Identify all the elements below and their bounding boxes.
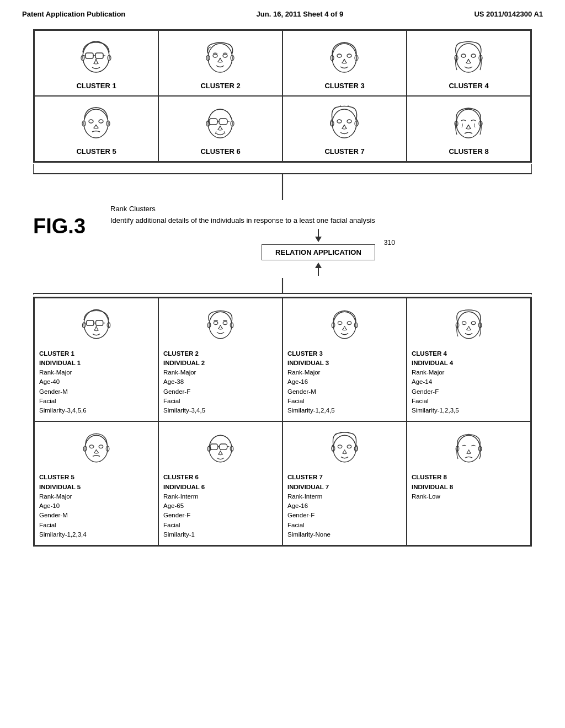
svg-point-85 bbox=[457, 436, 480, 463]
detail-cluster-cell-7: CLUSTER 7 INDIVIDUAL 7 Rank-Interm Age-1… bbox=[282, 421, 407, 545]
cluster-cell-7: CLUSTER 7 bbox=[282, 96, 407, 162]
svg-point-68 bbox=[89, 445, 93, 448]
header-right: US 2011/0142300 A1 bbox=[474, 10, 543, 18]
svg-point-67 bbox=[85, 436, 108, 463]
detail-text-7: CLUSTER 7 INDIVIDUAL 7 Rank-Interm Age-1… bbox=[287, 473, 331, 539]
relation-application-box: RELATION APPLICATION bbox=[262, 244, 375, 260]
cluster-1-label: CLUSTER 1 bbox=[76, 82, 116, 90]
svg-point-15 bbox=[347, 54, 351, 57]
svg-point-63 bbox=[462, 322, 466, 325]
svg-point-72 bbox=[209, 436, 232, 463]
svg-point-81 bbox=[338, 445, 342, 448]
detail-text-2: CLUSTER 2 INDIVIDUAL 2 Rank-Major Age-38… bbox=[163, 349, 205, 416]
svg-point-53 bbox=[214, 322, 217, 325]
cluster-cell-6: CLUSTER 6 bbox=[158, 96, 282, 162]
face-3 bbox=[323, 35, 367, 79]
detail-cluster-cell-5: CLUSTER 5 INDIVIDUAL 5 Rank-Major Age-10… bbox=[34, 421, 158, 545]
cluster-cell-2: CLUSTER 2 bbox=[158, 30, 282, 96]
cluster-6-label: CLUSTER 6 bbox=[200, 147, 240, 156]
svg-point-41 bbox=[456, 109, 481, 138]
svg-point-9 bbox=[213, 54, 217, 57]
cluster-cell-8: CLUSTER 8 bbox=[407, 96, 531, 162]
svg-point-25 bbox=[99, 120, 103, 123]
cluster-8-label: CLUSTER 8 bbox=[449, 147, 488, 156]
face-4 bbox=[447, 35, 491, 79]
svg-rect-1 bbox=[86, 53, 93, 58]
svg-point-82 bbox=[347, 445, 351, 448]
svg-point-54 bbox=[223, 322, 227, 325]
svg-point-28 bbox=[208, 109, 232, 138]
detail-face-5 bbox=[74, 426, 119, 470]
main-content: CLUSTER 1 bbox=[0, 24, 565, 563]
svg-point-24 bbox=[89, 120, 93, 123]
top-cluster-grid: CLUSTER 1 bbox=[33, 29, 532, 163]
svg-point-10 bbox=[223, 54, 227, 57]
bottom-bracket-svg bbox=[33, 278, 532, 295]
cluster-3-label: CLUSTER 3 bbox=[324, 82, 364, 90]
ref-number: 310 bbox=[384, 239, 395, 247]
cluster-2-label: CLUSTER 2 bbox=[200, 82, 240, 90]
header-left: Patent Application Publication bbox=[22, 10, 125, 18]
detail-face-4 bbox=[447, 303, 491, 347]
detail-text-6: CLUSTER 6 INDIVIDUAL 6 Rank-Interm Age-6… bbox=[163, 473, 205, 539]
detail-text-5: CLUSTER 5 INDIVIDUAL 5 Rank-Major Age-10… bbox=[39, 473, 87, 539]
svg-point-69 bbox=[99, 445, 103, 448]
svg-rect-30 bbox=[219, 119, 227, 125]
svg-rect-45 bbox=[86, 320, 93, 325]
detail-face-7 bbox=[323, 426, 367, 470]
arrow-down-1 bbox=[315, 229, 322, 242]
svg-point-23 bbox=[84, 109, 108, 138]
top-bracket-svg bbox=[33, 163, 532, 201]
detail-text-1: CLUSTER 1 INDIVIDUAL 1 Rank-Major Age-40… bbox=[39, 349, 87, 416]
svg-point-14 bbox=[337, 54, 342, 57]
cluster-cell-3: CLUSTER 3 bbox=[282, 30, 407, 96]
svg-point-38 bbox=[347, 120, 351, 123]
cluster-cell-1: CLUSTER 1 bbox=[34, 30, 158, 96]
svg-point-20 bbox=[471, 54, 476, 57]
detail-cluster-cell-2: CLUSTER 2 INDIVIDUAL 2 Rank-Major Age-38… bbox=[158, 298, 282, 422]
svg-rect-46 bbox=[95, 320, 103, 325]
detail-cluster-cell-8: CLUSTER 8 INDIVIDUAL 8 Rank-Low bbox=[407, 421, 531, 545]
detail-text-8: CLUSTER 8 INDIVIDUAL 8 Rank-Low bbox=[412, 473, 453, 501]
svg-rect-29 bbox=[209, 119, 217, 125]
detail-face-6 bbox=[199, 426, 243, 470]
cluster-5-label: CLUSTER 5 bbox=[76, 147, 116, 156]
svg-point-58 bbox=[338, 322, 342, 325]
detail-cluster-cell-1: CLUSTER 1 INDIVIDUAL 1 Rank-Major Age-40… bbox=[34, 298, 158, 422]
page-header: Patent Application Publication Jun. 16, … bbox=[0, 0, 565, 24]
face-5 bbox=[74, 101, 119, 145]
cluster-7-label: CLUSTER 7 bbox=[324, 147, 364, 156]
detail-text-3: CLUSTER 3 INDIVIDUAL 3 Rank-Major Age-16… bbox=[287, 349, 335, 416]
rank-text: Rank Clusters Identify additional detail… bbox=[105, 204, 532, 227]
svg-point-44 bbox=[84, 309, 109, 338]
detail-face-3 bbox=[323, 303, 367, 347]
svg-point-37 bbox=[337, 120, 342, 123]
cluster-cell-5: CLUSTER 5 bbox=[34, 96, 158, 162]
svg-point-64 bbox=[471, 322, 475, 325]
detail-text-4: CLUSTER 4 INDIVIDUAL 4 Rank-Major Age-14… bbox=[412, 349, 459, 416]
bottom-cluster-grid: CLUSTER 1 INDIVIDUAL 1 Rank-Major Age-40… bbox=[33, 297, 532, 547]
svg-point-59 bbox=[347, 322, 351, 325]
detail-cluster-cell-4: CLUSTER 4 INDIVIDUAL 4 Rank-Major Age-14… bbox=[407, 298, 531, 422]
face-1 bbox=[74, 35, 119, 79]
arrow-up bbox=[315, 263, 322, 276]
svg-rect-73 bbox=[210, 444, 217, 449]
detail-cluster-cell-3: CLUSTER 3 INDIVIDUAL 3 Rank-Major Age-16… bbox=[282, 298, 407, 422]
cluster-4-label: CLUSTER 4 bbox=[449, 82, 488, 90]
relation-application-container: RELATION APPLICATION 310 bbox=[262, 244, 375, 260]
svg-point-19 bbox=[461, 54, 466, 57]
middle-section: FIG.3 Rank Clusters Identify additional … bbox=[33, 204, 532, 278]
relation-area: Rank Clusters Identify additional detail… bbox=[105, 204, 532, 278]
face-7 bbox=[323, 101, 367, 145]
svg-point-0 bbox=[83, 41, 109, 72]
detail-face-8 bbox=[447, 426, 491, 470]
fig-label: FIG.3 bbox=[33, 204, 105, 238]
detail-cluster-cell-6: CLUSTER 6 INDIVIDUAL 6 Rank-Interm Age-6… bbox=[158, 421, 282, 545]
header-center: Jun. 16, 2011 Sheet 4 of 9 bbox=[257, 10, 344, 18]
face-6 bbox=[199, 101, 243, 145]
detail-face-1 bbox=[74, 303, 119, 347]
svg-rect-2 bbox=[95, 53, 103, 58]
detail-face-2 bbox=[199, 303, 243, 347]
svg-rect-74 bbox=[219, 444, 227, 449]
cluster-cell-4: CLUSTER 4 bbox=[407, 30, 531, 96]
